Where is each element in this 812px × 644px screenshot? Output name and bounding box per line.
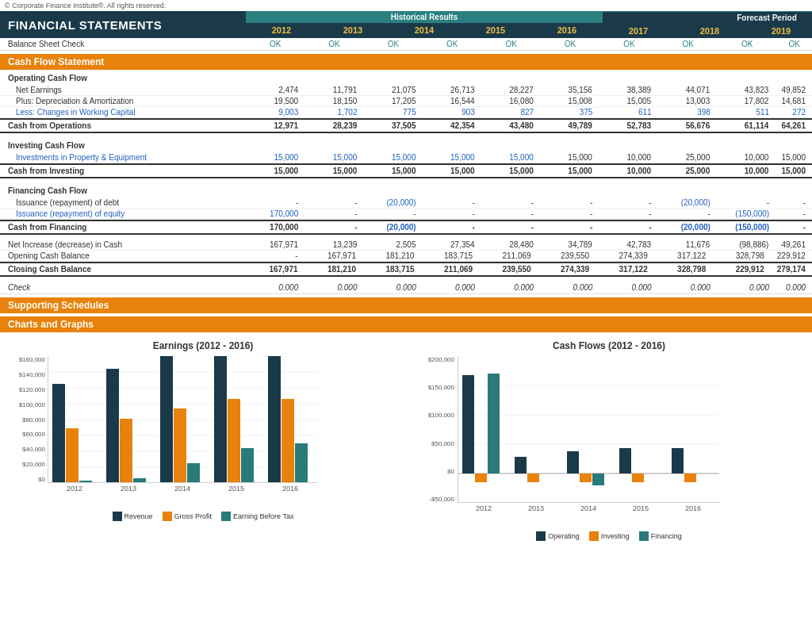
svg-rect-35 (580, 473, 592, 482)
check-val-1: OK (304, 38, 363, 50)
net-earnings-row: Net Earnings 2,474 11,791 21,075 26,713 … (0, 85, 812, 96)
check-val-9: OK (776, 38, 812, 50)
working-capital-row: Less: Changes in Working Capital 9,003 1… (0, 107, 812, 118)
svg-rect-21 (268, 356, 281, 483)
svg-rect-10 (79, 481, 92, 483)
closing-cash-row: Closing Cash Balance 167,971 181,210 183… (0, 262, 812, 277)
svg-rect-15 (174, 408, 186, 483)
earnings-chart: Earnings (2012 - 2016) $160,000 $140,000… (4, 340, 402, 541)
supporting-schedules-header: Supporting Schedules (0, 297, 812, 313)
cashflows-chart-title: Cash Flows (2012 - 2016) (410, 340, 808, 351)
svg-rect-40 (684, 473, 696, 482)
debt-label: Issuance (repayment) of debt (0, 197, 246, 208)
forecast-section: Forecast Period 2017 2018 2019 2020 2021 (603, 11, 812, 38)
ccb-label: Closing Cash Balance (0, 263, 246, 275)
charts-graphs-header: Charts and Graphs (0, 316, 812, 332)
check-val-7: OK (659, 38, 718, 50)
svg-rect-29 (462, 375, 474, 473)
svg-rect-33 (527, 473, 539, 482)
svg-rect-22 (282, 399, 294, 483)
svg-rect-18 (214, 356, 227, 483)
check-val-4: OK (482, 38, 541, 50)
check-val-6: OK (599, 38, 658, 50)
ocb-label: Opening Cash Balance (0, 251, 246, 261)
svg-rect-30 (475, 473, 487, 482)
year-2019: 2019 (745, 24, 812, 38)
check-val-8: OK (718, 38, 776, 50)
ne-2015: 26,713 (422, 85, 481, 95)
svg-rect-11 (106, 369, 119, 483)
earnings-legend: Revenue Gross Profit Earning Before Tax (4, 512, 402, 521)
check-val-0: OK (246, 38, 304, 50)
main-header: FINANCIAL STATEMENTS Historical Results … (0, 11, 812, 38)
cfi-label: Cash from Investing (0, 165, 246, 177)
svg-rect-12 (120, 419, 132, 483)
equity-label: Issuance (repayment) of equity (0, 209, 246, 219)
inv-label: Investments in Property & Equipment (0, 152, 246, 163)
cashflows-chart-svg (458, 356, 719, 503)
wc-label: Less: Changes in Working Capital (0, 107, 246, 117)
cfo-label: Cash from Operations (0, 120, 246, 132)
earnings-chart-svg (48, 356, 317, 483)
year-2014: 2014 (389, 23, 460, 37)
balance-check-label: Balance Sheet Check (0, 38, 246, 50)
ne-2021: 49,852 (775, 85, 812, 95)
historical-years: 2012 2013 2014 2015 2016 (246, 23, 603, 37)
cash-from-financing-row: Cash from Financing 170,000 - (20,000) -… (0, 220, 812, 235)
copyright-bar: © Corporate Finance Institute®. All righ… (0, 0, 812, 11)
ne-2013: 11,791 (304, 85, 363, 95)
ne-2016: 28,227 (481, 85, 540, 95)
depreciation-row: Plus: Depreciation & Amortization 19,500… (0, 96, 812, 107)
svg-rect-20 (241, 448, 254, 483)
ne-2014: 21,075 (363, 85, 422, 95)
svg-rect-39 (672, 448, 684, 473)
balance-check-row: Balance Sheet Check OK OK OK OK OK OK OK… (0, 38, 812, 51)
forecast-label: Forecast Period (603, 11, 812, 24)
earnings-chart-area: $160,000 $140,000 $120,000 $100,000 $80,… (4, 356, 402, 508)
historical-section: Historical Results 2012 2013 2014 2015 2… (246, 11, 603, 38)
svg-rect-16 (187, 463, 200, 483)
svg-rect-13 (133, 478, 146, 483)
ne-2020: 43,823 (716, 85, 775, 95)
net-earnings-label: Net Earnings (0, 85, 246, 95)
ni-label: Net Increase (decrease) in Cash (0, 240, 246, 250)
investing-header-row: Investing Cash Flow (0, 138, 812, 152)
equity-row: Issuance (repayment) of equity 170,000 -… (0, 209, 812, 220)
year-2015: 2015 (460, 23, 531, 37)
financing-header-row: Financing Cash Flow (0, 183, 812, 197)
svg-rect-38 (632, 473, 644, 482)
operating-header-row: Operating Cash Flow (0, 70, 812, 85)
year-2016: 2016 (531, 23, 603, 37)
cashflows-legend: Operating Investing Financing (410, 531, 808, 541)
forecast-years: 2017 2018 2019 2020 2021 (603, 24, 812, 38)
check-val-5: OK (541, 38, 599, 50)
svg-rect-23 (295, 443, 308, 483)
svg-rect-34 (567, 451, 579, 473)
year-2018: 2018 (674, 24, 745, 38)
ne-2012: 2,474 (246, 85, 304, 95)
financing-header-label: Financing Cash Flow (0, 185, 246, 197)
title-cell: FINANCIAL STATEMENTS (0, 11, 246, 38)
page-title: FINANCIAL STATEMENTS (8, 18, 162, 32)
charts-container: Earnings (2012 - 2016) $160,000 $140,000… (0, 332, 812, 549)
svg-rect-8 (52, 384, 65, 483)
cashflows-chart-area: $200,000 $150,000 $100,000 $50,000 $0 -$… (410, 356, 808, 528)
svg-rect-19 (228, 399, 240, 483)
svg-rect-32 (515, 457, 527, 473)
year-2012: 2012 (246, 23, 317, 37)
ne-2019: 44,071 (657, 85, 716, 95)
debt-row: Issuance (repayment) of debt - - (20,000… (0, 197, 812, 209)
investments-row: Investments in Property & Equipment 15,0… (0, 152, 812, 163)
check-values-row: Check 0.000 0.000 0.000 0.000 0.000 0.00… (0, 282, 812, 294)
check-val-2: OK (364, 38, 423, 50)
net-increase-row: Net Increase (decrease) in Cash 167,971 … (0, 240, 812, 251)
check-val-3: OK (423, 38, 481, 50)
svg-rect-31 (488, 374, 500, 473)
opening-cash-row: Opening Cash Balance - 167,971 181,210 1… (0, 251, 812, 262)
investing-header-label: Investing Cash Flow (0, 140, 246, 151)
cash-from-operations-row: Cash from Operations 12,971 28,239 37,50… (0, 118, 812, 133)
cashflows-chart: Cash Flows (2012 - 2016) $200,000 $150,0… (410, 340, 808, 541)
cff-label: Cash from Financing (0, 221, 246, 233)
earnings-chart-title: Earnings (2012 - 2016) (4, 340, 402, 351)
cash-flow-section-header: Cash Flow Statement (0, 54, 812, 70)
